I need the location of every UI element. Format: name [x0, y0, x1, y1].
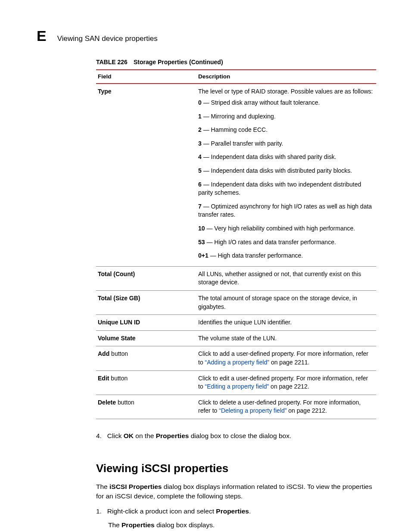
- table-row: Volume StateThe volume state of the LUN.: [96, 330, 376, 346]
- table-row: Unique LUN IDIdentifies the unique LUN i…: [96, 315, 376, 331]
- running-title: Viewing SAN device properties: [57, 34, 158, 44]
- table-caption: TABLE 226Storage Properties (Continued): [96, 58, 376, 67]
- step-1: 1. Right-click a product icon and select…: [96, 507, 376, 516]
- field-type: Type: [96, 84, 196, 266]
- table-row: Add button Click to add a user-defined p…: [96, 346, 376, 370]
- raid-list: 0 — Striped disk array without fault tol…: [198, 96, 374, 263]
- table-row: Edit button Click to edit a user-defined…: [96, 370, 376, 395]
- table-row: Total (Count)All LUNs, whether assigned …: [96, 266, 376, 290]
- link-adding-property[interactable]: “Adding a property field”: [205, 359, 269, 366]
- table-row: Delete button Click to delete a user-def…: [96, 395, 376, 419]
- table-row: Type The level or type of RAID storage. …: [96, 84, 376, 266]
- iscsi-intro: The iSCSI Properties dialog box displays…: [96, 482, 376, 501]
- running-header: E Viewing SAN device properties: [37, 26, 374, 47]
- page-content: TABLE 226Storage Properties (Continued) …: [96, 58, 376, 532]
- link-deleting-property[interactable]: “Deleting a property field”: [219, 407, 286, 414]
- appendix-letter: E: [37, 26, 47, 47]
- iscsi-steps: 1. Right-click a product icon and select…: [96, 507, 376, 532]
- link-editing-property[interactable]: “Editing a property field”: [205, 383, 269, 390]
- table-row: Total (Size GB)The total amount of stora…: [96, 290, 376, 314]
- type-lead: The level or type of RAID storage. Possi…: [198, 87, 374, 96]
- storage-properties-table: Field Description Type The level or type…: [96, 69, 376, 419]
- col-field: Field: [96, 70, 196, 84]
- table-title: Storage Properties (Continued): [128, 59, 223, 65]
- desc-type: The level or type of RAID storage. Possi…: [196, 84, 376, 266]
- heading-iscsi: Viewing iSCSI properties: [96, 460, 376, 476]
- step-1-sub: The Properties dialog box displays.: [96, 520, 376, 530]
- table-label: TABLE 226: [96, 59, 128, 65]
- step-4: 4. Click OK on the Properties dialog box…: [96, 431, 376, 441]
- col-description: Description: [196, 70, 376, 84]
